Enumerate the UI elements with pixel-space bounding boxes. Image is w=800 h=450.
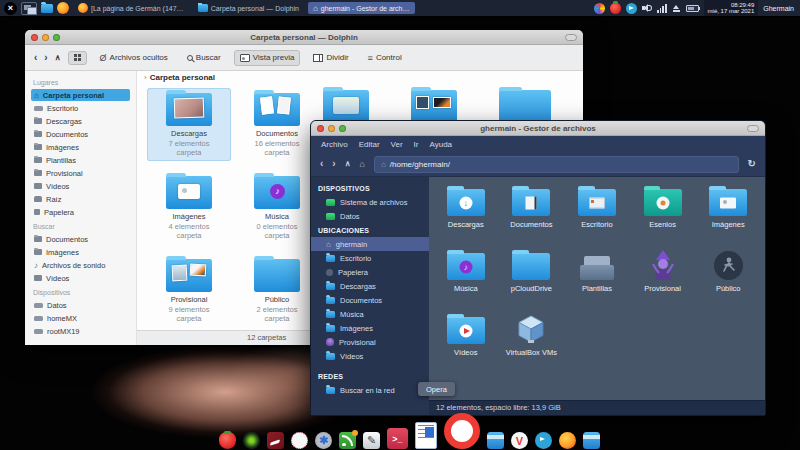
recorder-dock-icon[interactable] — [243, 432, 260, 449]
dotted-ring-dock-icon[interactable] — [291, 432, 308, 449]
folder-descargas[interactable]: Descargas 7 elementos carpeta — [147, 88, 231, 161]
strawberry-dock-icon[interactable] — [219, 432, 236, 449]
mx-app-dock-icon[interactable] — [267, 432, 284, 449]
firefox-dock-icon[interactable] — [559, 432, 576, 449]
menu-archivo[interactable]: Archivo — [321, 140, 348, 149]
minimize-button[interactable] — [42, 34, 49, 41]
menu-editar[interactable]: Editar — [359, 140, 380, 149]
files2-dock-icon[interactable] — [583, 432, 600, 449]
folder-partial[interactable] — [323, 90, 369, 123]
sidebar-item-imagenes[interactable]: Imágenes — [311, 321, 429, 335]
search-item-imagenes[interactable]: Imágenes — [31, 246, 130, 258]
item-musica[interactable]: ♪ Música — [433, 250, 499, 293]
sidebar-item-sistema[interactable]: Sistema de archivos — [311, 195, 429, 209]
menu-ir[interactable]: Ir — [414, 140, 419, 149]
up-icon[interactable]: ∧ — [345, 159, 351, 169]
item-virtualbox[interactable]: VirtualBox VMs — [499, 314, 565, 357]
taskbar-item-filemanager[interactable]: ⌂ ghermain - Gestor de arch… — [308, 2, 415, 14]
search-item-documentos[interactable]: Documentos — [31, 233, 130, 245]
sidebar-item-papelera[interactable]: Papelera — [311, 265, 429, 279]
taskbar-item-dolphin[interactable]: Carpeta personal — Dolphin — [193, 3, 304, 14]
telegram-dock-icon[interactable] — [535, 432, 552, 449]
sidebar-item-papelera[interactable]: Papelera — [31, 206, 130, 218]
item-descargas[interactable]: ↓ Descargas — [433, 186, 499, 229]
device-item-homemx[interactable]: homeMX — [31, 312, 130, 324]
sidebar-item-plantillas[interactable]: Plantillas — [31, 154, 130, 166]
control-button[interactable]: ≡ Control — [362, 49, 408, 66]
item-plantillas[interactable]: Plantillas — [564, 250, 630, 293]
vivaldi-dock-icon[interactable]: V — [511, 432, 528, 449]
strawberry-tray-icon[interactable] — [610, 3, 621, 14]
minimize-button[interactable] — [328, 125, 335, 132]
refresh-icon[interactable]: ↻ — [748, 159, 756, 169]
sidebar-item-escritorio[interactable]: Escritorio — [311, 251, 429, 265]
item-videos[interactable]: Vídeos — [433, 314, 499, 357]
sidebar-item-carpeta-personal[interactable]: ⌂Carpeta personal — [31, 89, 130, 101]
file-manager-launcher-icon[interactable] — [41, 4, 53, 13]
battery-icon[interactable] — [686, 5, 699, 12]
taskbar-item-firefox[interactable]: [La página de Germán (147… — [73, 2, 189, 15]
folder-musica[interactable]: ♪ Música 0 elementos carpeta — [235, 171, 319, 244]
terminal-dock-icon[interactable]: >_ — [387, 428, 408, 449]
folder-provisional[interactable]: Provisional 9 elementos carpeta — [147, 254, 231, 327]
dolphin-titlebar[interactable]: Carpeta personal — Dolphin — [25, 30, 583, 45]
sidebar-item-raiz[interactable]: Raíz — [31, 193, 130, 205]
search-item-sonido[interactable]: ♪Archivos de sonido — [31, 259, 130, 271]
menu-ver[interactable]: Ver — [391, 140, 403, 149]
item-imagenes[interactable]: Imágenes — [695, 186, 761, 229]
sidebar-item-videos[interactable]: Vídeos — [31, 180, 130, 192]
sidebar-item-documentos[interactable]: Documentos — [311, 293, 429, 307]
sidebar-item-ghermain[interactable]: ⌂ghermain — [311, 237, 429, 251]
roll-up-button[interactable] — [747, 125, 759, 132]
folder-publico[interactable]: Público 2 elementos carpeta — [235, 254, 319, 327]
close-button[interactable] — [317, 125, 324, 132]
sidebar-item-provisional[interactable]: Provisional — [31, 167, 130, 179]
volume-icon[interactable] — [642, 4, 652, 13]
maximize-button[interactable] — [53, 34, 60, 41]
search-item-videos[interactable]: Vídeos — [31, 272, 130, 284]
close-button[interactable] — [31, 34, 38, 41]
eject-icon[interactable] — [672, 4, 681, 13]
forward-icon[interactable]: › — [44, 53, 47, 63]
sidebar-item-provisional[interactable]: Provisional — [311, 335, 429, 349]
app-menu-icon[interactable]: × — [4, 2, 17, 15]
sidebar-item-documentos[interactable]: Documentos — [31, 128, 130, 140]
sidebar-item-escritorio[interactable]: Escritorio — [31, 102, 130, 114]
writer-dock-icon[interactable] — [415, 422, 437, 449]
sidebar-item-datos[interactable]: Datos — [311, 209, 429, 223]
back-icon[interactable]: ‹ — [34, 53, 37, 63]
fm-titlebar[interactable]: ghermain - Gestor de archivos — [311, 121, 765, 136]
sidebar-item-descargas[interactable]: Descargas — [311, 279, 429, 293]
folder-partial[interactable] — [411, 90, 457, 123]
breadcrumb[interactable]: ›Carpeta personal — [137, 71, 583, 86]
split-button[interactable]: Dividir — [307, 50, 354, 66]
item-esenios[interactable]: Esenios — [630, 186, 696, 229]
telegram-tray-icon[interactable] — [626, 3, 637, 14]
folder-documentos[interactable]: Documentos 16 elementos carpeta — [235, 88, 319, 161]
opera-dock-icon[interactable] — [444, 413, 480, 449]
rss-reader-dock-icon[interactable] — [339, 432, 356, 449]
path-bar[interactable]: ⌂ /home/ghermain/ — [374, 156, 739, 173]
back-icon[interactable]: ‹ — [320, 159, 323, 169]
sidebar-item-musica[interactable]: Música — [311, 307, 429, 321]
firefox-launcher-icon[interactable] — [57, 2, 69, 14]
menu-ayuda[interactable]: Ayuda — [430, 140, 453, 149]
files-dock-icon[interactable] — [487, 432, 504, 449]
window-switcher-icon[interactable] — [21, 2, 37, 15]
sidebar-item-imagenes[interactable]: Imágenes — [31, 141, 130, 153]
home-icon[interactable]: ⌂ — [360, 159, 365, 169]
maximize-button[interactable] — [339, 125, 346, 132]
roll-up-button[interactable] — [565, 34, 577, 41]
forward-icon[interactable]: › — [332, 159, 335, 169]
preview-button[interactable]: Vista previa — [234, 50, 301, 66]
search-button[interactable]: Buscar — [181, 50, 227, 66]
hidden-files-button[interactable]: Ø Archivos ocultos — [94, 49, 174, 66]
item-pclouddrive[interactable]: pCloudDrive — [499, 250, 565, 293]
item-provisional[interactable]: Provisional — [630, 250, 696, 293]
icon-view-button[interactable] — [68, 51, 87, 65]
sidebar-item-descargas[interactable]: Descargas — [31, 115, 130, 127]
item-publico[interactable]: Público — [695, 250, 761, 293]
item-documentos[interactable]: Documentos — [499, 186, 565, 229]
item-escritorio[interactable]: Escritorio — [564, 186, 630, 229]
network-signal-icon[interactable] — [657, 4, 666, 13]
